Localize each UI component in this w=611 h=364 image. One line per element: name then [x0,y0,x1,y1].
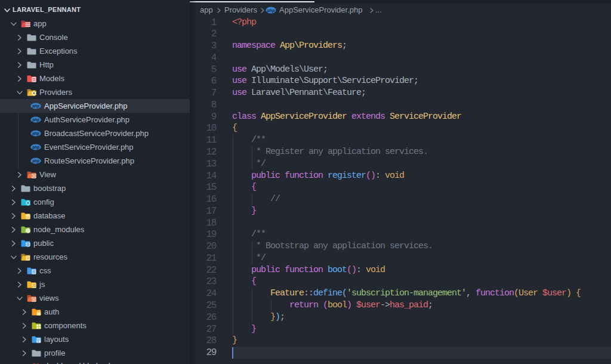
svg-text:php: php [32,104,39,109]
svg-text:php: php [32,131,39,136]
svg-text:php: php [32,118,39,122]
svg-text:JS: JS [32,283,37,288]
svg-text:php: php [32,159,39,164]
svg-text:php: php [267,8,276,13]
svg-text:php: php [32,145,39,150]
